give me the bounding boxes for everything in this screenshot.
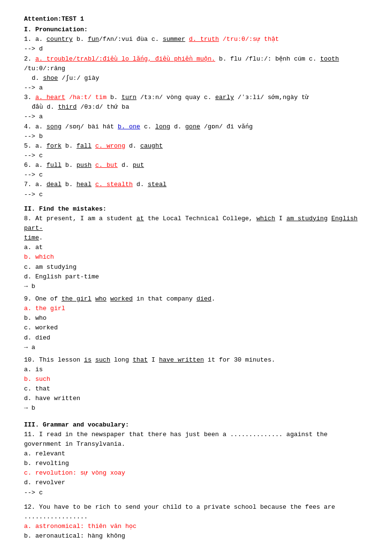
q6-answer: --> c: [24, 170, 368, 180]
question-7: 7. a. deal b. heal c. stealth d. steal: [24, 180, 368, 189]
q11-opt-a: a. relevant: [24, 449, 368, 459]
question-1: 1. a. country b. fun/fʌn/:vui đùa c. sum…: [24, 35, 368, 44]
q3-answer: --> a: [24, 112, 368, 122]
q8-answer: → b: [24, 282, 368, 291]
section-find-mistakes: II. Find the mistakes: 8. At present, I …: [24, 204, 368, 414]
question-2: 2. a. trouble/trʌbl/:điều lo lắng, điều …: [24, 54, 368, 74]
q2-answer: --> a: [24, 83, 368, 93]
q12-opt-a: a. astronomical: thiên văn học: [24, 522, 368, 531]
q9-opt-d: d. died: [24, 333, 368, 343]
q11-opt-c: c. revolution: sự vòng xoay: [24, 468, 368, 478]
document: Attention:TEST 1 I. Pronunciation: 1. a.…: [24, 14, 368, 540]
q12-opt-b: b. aeronautical: hàng không: [24, 531, 368, 540]
section-pronunciation: I. Pronunciation: 1. a. country b. fun/f…: [24, 25, 368, 200]
question-10: 10. This lesson is such long that I have…: [24, 355, 368, 365]
q11-opt-b: b. revolting: [24, 459, 368, 468]
q11-opt-d: d. revolver: [24, 478, 368, 488]
q8-cont: time.: [24, 233, 368, 243]
q10-opt-d: d. have written: [24, 394, 368, 403]
section-find-mistakes-title: II. Find the mistakes:: [24, 204, 368, 214]
question-4: 4. a. song /sɒŋ/ bài hát b. one c. long …: [24, 122, 368, 132]
section-grammar-vocab: III. Grammar and vocabulary: 11. I read …: [24, 420, 368, 540]
q8-opt-d: d. English part-time: [24, 272, 368, 282]
q4-answer: --> b: [24, 132, 368, 141]
q8-opt-c: c. am studying: [24, 263, 368, 272]
q1-answer: --> d: [24, 44, 368, 54]
q10-answer: → b: [24, 403, 368, 413]
question-12: 12. You have to be rich to send your chi…: [24, 502, 368, 522]
q9-opt-c: c. worked: [24, 323, 368, 333]
question-8: 8. At present, I am a student at the Loc…: [24, 214, 368, 233]
q1-num: 1. a. country b. fun/fʌn/:vui đùa c. sum…: [24, 36, 279, 43]
question-5: 5. a. fork b. fall c. wrong d. caught: [24, 141, 368, 151]
title: Attention:TEST 1: [24, 14, 368, 24]
q5-answer: --> c: [24, 151, 368, 161]
q8-opt-b: b. which: [24, 252, 368, 262]
q7-answer: --> c: [24, 190, 368, 200]
q10-opt-b: b. such: [24, 375, 368, 384]
section-pronunciation-title: I. Pronunciation:: [24, 25, 368, 35]
question-6: 6. a. full b. push c. but d. put: [24, 161, 368, 170]
q9-opt-b: b. who: [24, 314, 368, 323]
q10-opt-c: c. that: [24, 384, 368, 394]
q9-answer: → a: [24, 343, 368, 352]
q2-text2: d. shoe /ʃuː/ giày: [32, 74, 368, 83]
q3-cont: đầu d. third /θɜːd/ thứ ba: [32, 102, 368, 112]
question-11: 11. I read in the newspaper that there h…: [24, 430, 368, 449]
q9-opt-a: a. the girl: [24, 304, 368, 314]
q11-answer: --> c: [24, 488, 368, 498]
q10-opt-a: a. is: [24, 365, 368, 375]
q8-opt-a: a. at: [24, 243, 368, 252]
q2-text: 2. a. trouble/trʌbl/:điều lo lắng, điều …: [24, 55, 339, 72]
question-3: 3. a. heart /haːt/ tim b. turn /tɜːn/ vò…: [24, 93, 368, 102]
question-9: 9. One of the girl who worked in that co…: [24, 294, 368, 304]
section-grammar-vocab-title: III. Grammar and vocabulary:: [24, 420, 368, 430]
